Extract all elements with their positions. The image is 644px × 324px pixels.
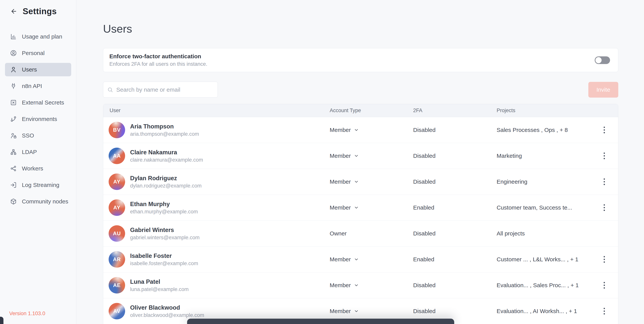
page-title: Users (103, 0, 618, 35)
search-input[interactable] (103, 82, 218, 98)
avatar-initials: AR (113, 257, 121, 263)
sidebar-item-environments[interactable]: Environments (5, 112, 71, 126)
row-menu-button[interactable] (600, 280, 609, 291)
account-type-dropdown[interactable]: Member (330, 308, 359, 315)
actions-cell (600, 176, 618, 188)
table-row: AY Dylan Rodriguez dylan.rodriguez@examp… (103, 169, 618, 195)
enforce-2fa-text: Enforce two-factor authentication Enforc… (110, 53, 207, 67)
table-row: AR Isabelle Foster isabelle.foster@examp… (103, 246, 618, 272)
sidebar-item-community-nodes[interactable]: Community nodes (5, 195, 71, 208)
kebab-menu-icon (603, 256, 605, 263)
sidebar-item-workers[interactable]: Workers (5, 162, 71, 175)
user-name: Aria Thompson (130, 123, 199, 129)
sidebar-item-label: Environments (22, 116, 57, 122)
actions-cell (600, 306, 618, 317)
account-type-dropdown[interactable]: Member (330, 179, 359, 185)
actions-cell (600, 124, 618, 136)
account-type-dropdown[interactable]: Member (330, 282, 359, 289)
enforce-2fa-description: Enforces 2FA for all users on this insta… (110, 61, 207, 67)
avatar-initials: AU (113, 231, 121, 237)
user-info: Isabelle Foster isabelle.foster@example.… (130, 253, 198, 266)
twofa-status: Disabled (413, 282, 496, 289)
invite-button[interactable]: Invite (588, 82, 618, 98)
user-cell: BV Aria Thompson aria.thompson@example.c… (103, 122, 330, 138)
row-menu-button[interactable] (600, 254, 609, 265)
user-info: Aria Thompson aria.thompson@example.com (130, 123, 199, 137)
back-button[interactable] (10, 7, 18, 15)
twofa-status: Disabled (413, 308, 496, 315)
sidebar-item-label: Workers (22, 165, 43, 172)
table-row: AY Ethan Murphy ethan.murphy@example.com… (103, 195, 618, 221)
row-menu-button[interactable] (600, 202, 609, 213)
user-circle-icon (10, 50, 17, 56)
twofa-status: Enabled (413, 256, 496, 263)
user-email: oliver.blackwood@example.com (130, 313, 204, 318)
account-type-cell: Member (330, 153, 413, 159)
sidebar-item-label: Personal (22, 50, 44, 56)
table-body: BV Aria Thompson aria.thompson@example.c… (103, 117, 618, 324)
account-type-dropdown[interactable]: Member (330, 204, 359, 211)
sidebar-item-log-streaming[interactable]: Log Streaming (5, 178, 71, 192)
user-name: Isabelle Foster (130, 253, 198, 259)
account-type-value: Member (330, 153, 351, 159)
account-type-dropdown[interactable]: Member (330, 127, 359, 133)
avatar: AA (108, 148, 125, 164)
account-type-value: Member (330, 308, 351, 315)
avatar: AY (108, 199, 125, 216)
sidebar-item-users[interactable]: Users (5, 63, 71, 76)
projects-list: Engineering (496, 179, 600, 185)
chevron-down-icon (354, 283, 359, 288)
users-table: User Account Type 2FA Projects BV Aria T… (103, 104, 618, 324)
sidebar-item-ldap[interactable]: LDAP (5, 145, 71, 159)
actions-cell (600, 228, 618, 239)
log-in-icon (10, 182, 17, 188)
avatar-initials: AY (113, 179, 120, 185)
hierarchy-icon (10, 149, 17, 155)
avatar-initials: AV (113, 308, 120, 314)
table-row: AU Gabriel Winters gabriel.winters@examp… (103, 221, 618, 246)
actions-cell (600, 202, 618, 213)
sidebar-item-n8n-api[interactable]: n8n API (5, 79, 71, 93)
column-header-2fa: 2FA (413, 108, 496, 113)
sidebar-header: Settings (0, 0, 76, 16)
version-label[interactable]: Version 1.103.0 (9, 311, 45, 317)
enforce-2fa-toggle[interactable] (595, 56, 610, 64)
account-type-dropdown[interactable]: Member (330, 256, 359, 263)
sidebar-item-external-secrets[interactable]: External Secrets (5, 96, 71, 109)
kebab-menu-icon (603, 178, 605, 186)
user-cell: AE Luna Patel luna.patel@example.com (103, 277, 330, 294)
row-menu-button[interactable] (600, 150, 609, 162)
chevron-down-icon (354, 153, 359, 158)
git-branch-icon (10, 116, 17, 122)
sidebar-item-label: Users (22, 66, 37, 73)
user-name: Oliver Blackwood (130, 305, 204, 311)
actions-cell (600, 254, 618, 265)
sidebar-item-sso[interactable]: SSO (5, 129, 71, 142)
row-menu-button[interactable] (600, 306, 609, 317)
avatar-initials: AE (113, 282, 121, 288)
sidebar-item-personal[interactable]: Personal (5, 46, 71, 60)
sidebar-item-usage-and-plan[interactable]: Usage and plan (5, 30, 71, 43)
projects-list: Marketing (496, 153, 600, 159)
column-header-user: User (103, 108, 330, 113)
user-cell: AY Dylan Rodriguez dylan.rodriguez@examp… (103, 174, 330, 190)
row-menu-button[interactable] (600, 124, 609, 136)
avatar: BV (108, 122, 125, 138)
user-cell: AY Ethan Murphy ethan.murphy@example.com (103, 199, 330, 216)
row-menu-button[interactable] (600, 176, 609, 188)
main-content: Users Enforce two-factor authentication … (76, 0, 644, 324)
account-type-cell: Member (330, 127, 413, 133)
user-name: Claire Nakamura (130, 149, 203, 155)
account-type-cell: Member (330, 308, 413, 315)
user-name: Ethan Murphy (130, 201, 198, 207)
account-type-dropdown[interactable]: Member (330, 153, 359, 159)
user-name: Luna Patel (130, 279, 189, 285)
twofa-status: Disabled (413, 127, 496, 133)
share-network-icon (10, 165, 17, 172)
toggle-knob (596, 57, 602, 63)
avatar-initials: BV (113, 127, 121, 133)
twofa-status: Disabled (413, 230, 496, 237)
user-email: aria.thompson@example.com (130, 131, 199, 137)
sidebar-item-label: External Secrets (22, 99, 64, 106)
twofa-status: Disabled (413, 179, 496, 185)
